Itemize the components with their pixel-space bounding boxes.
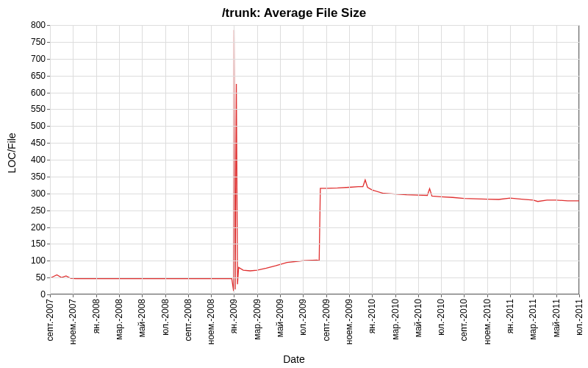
xtick-mark — [280, 294, 281, 297]
xtick-label: юл.-2010 — [436, 299, 446, 336]
plot-area: 0501001502002503003504004505005506006507… — [50, 25, 579, 294]
gridline-v — [395, 25, 396, 294]
xtick-mark — [464, 294, 465, 297]
xtick-mark — [395, 294, 396, 297]
ytick-label: 400 — [31, 155, 46, 165]
xtick-label: септ.-2007 — [45, 299, 55, 341]
xtick-mark — [211, 294, 212, 297]
xtick-mark — [234, 294, 234, 297]
gridline-v — [510, 25, 511, 294]
gridline-h — [50, 76, 579, 77]
gridline-h — [50, 59, 579, 60]
xtick-label: ян.-2009 — [229, 299, 239, 333]
ytick-label: 200 — [31, 222, 46, 233]
ytick-label: 100 — [31, 255, 46, 266]
xtick-mark — [579, 294, 580, 297]
gridline-h — [50, 277, 579, 278]
ytick-label: 250 — [31, 205, 46, 216]
gridline-v — [165, 25, 166, 294]
xtick-mark — [487, 294, 488, 297]
gridline-v — [234, 25, 234, 294]
gridline-v — [487, 25, 488, 294]
xtick-label: май-2008 — [137, 299, 147, 337]
gridline-v — [418, 25, 419, 294]
xtick-label: юл.-2008 — [160, 299, 171, 336]
gridline-h — [50, 42, 579, 43]
xtick-label: мар.-2010 — [390, 299, 401, 340]
gridline-v — [326, 25, 327, 294]
gridline-v — [556, 25, 557, 294]
gridline-v — [533, 25, 534, 294]
xtick-mark — [50, 294, 51, 297]
xtick-mark — [73, 294, 74, 297]
xtick-label: септ.-2009 — [321, 299, 331, 341]
xtick-mark — [119, 294, 120, 297]
xtick-mark — [142, 294, 143, 297]
chart-container: /trunk: Average File Size LOC/File Date … — [0, 0, 588, 368]
xtick-mark — [533, 294, 534, 297]
gridline-v — [142, 25, 143, 294]
xtick-mark — [349, 294, 350, 297]
xtick-label: мар.-2011 — [528, 299, 538, 340]
gridline-v — [441, 25, 442, 294]
ytick-label: 350 — [31, 171, 46, 182]
gridline-h — [50, 227, 579, 228]
xtick-label: септ.-2008 — [183, 299, 193, 341]
gridline-v — [188, 25, 189, 294]
gridline-v — [280, 25, 281, 294]
xtick-label: ноем.-2008 — [206, 299, 216, 344]
gridline-h — [50, 177, 579, 177]
ytick-label: 550 — [31, 104, 46, 114]
y-axis-label: LOC/File — [4, 0, 19, 305]
gridline-v — [211, 25, 212, 294]
xtick-label: юл.-2011 — [574, 299, 584, 336]
gridline-h — [50, 244, 579, 244]
ytick-label: 500 — [31, 121, 46, 131]
gridline-h — [50, 160, 579, 160]
xtick-mark — [303, 294, 304, 297]
xtick-label: ян.-2010 — [367, 299, 377, 333]
gridline-h — [50, 294, 579, 295]
ytick-label: 750 — [31, 37, 46, 47]
gridline-h — [50, 210, 579, 211]
gridline-h — [50, 25, 579, 26]
gridline-v — [73, 25, 74, 294]
xtick-label: ян.-2008 — [91, 299, 101, 333]
gridline-v — [119, 25, 120, 294]
gridline-v — [579, 25, 580, 294]
gridline-v — [349, 25, 350, 294]
gridline-v — [303, 25, 304, 294]
xtick-label: май-2010 — [413, 299, 423, 337]
xtick-mark — [418, 294, 419, 297]
xtick-label: септ.-2010 — [459, 299, 469, 341]
xtick-mark — [257, 294, 258, 297]
xtick-label: ян.-2011 — [505, 299, 515, 333]
gridline-h — [50, 261, 579, 261]
chart-title: /trunk: Average File Size — [0, 6, 588, 21]
xtick-mark — [188, 294, 189, 297]
xtick-mark — [441, 294, 442, 297]
gridline-v — [372, 25, 373, 294]
gridline-v — [464, 25, 465, 294]
xtick-mark — [165, 294, 166, 297]
xtick-label: мар.-2008 — [114, 299, 124, 340]
xtick-mark — [96, 294, 97, 297]
xtick-label: май-2011 — [551, 299, 562, 337]
xtick-label: ноем.-2009 — [344, 299, 354, 344]
xtick-label: ноем.-2010 — [482, 299, 492, 344]
gridline-h — [50, 194, 579, 194]
gridline-h — [50, 126, 579, 127]
ytick-label: 150 — [31, 238, 46, 249]
series-line — [50, 30, 579, 291]
xtick-mark — [510, 294, 511, 297]
gridline-v — [257, 25, 258, 294]
ytick-label: 50 — [36, 272, 46, 283]
xtick-label: юл.-2009 — [298, 299, 308, 336]
xtick-label: ноем.-2007 — [68, 299, 78, 344]
xtick-mark — [326, 294, 327, 297]
gridline-h — [50, 93, 579, 93]
ytick-label: 700 — [31, 54, 46, 64]
gridline-h — [50, 109, 579, 110]
ytick-label: 450 — [31, 138, 46, 148]
ytick-label: 0 — [40, 289, 46, 300]
